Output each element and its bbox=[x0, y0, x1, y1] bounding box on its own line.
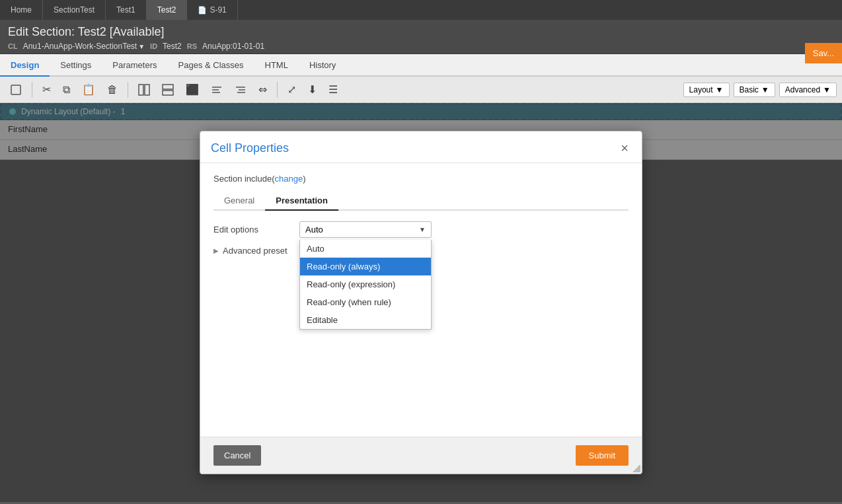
collapse-icon: ▶ bbox=[213, 247, 219, 254]
advanced-preset-label: Advanced preset bbox=[223, 246, 287, 256]
cl-label: CL bbox=[8, 42, 18, 50]
modal-tab-general[interactable]: General bbox=[213, 192, 265, 211]
modal-tab-presentation[interactable]: Presentation bbox=[265, 192, 338, 211]
top-tab-bar: Home SectionTest Test1 Test2 📄 S-91 bbox=[0, 0, 842, 20]
dropdown-item-readonly-expression[interactable]: Read-only (expression) bbox=[300, 275, 431, 293]
merge-button[interactable]: ⬛ bbox=[181, 81, 204, 98]
separator2 bbox=[128, 82, 128, 98]
align-left-icon bbox=[211, 84, 223, 96]
tab-pages-classes[interactable]: Pages & Classes bbox=[168, 54, 254, 77]
compress-button[interactable]: ⬇ bbox=[303, 81, 321, 98]
chevron-down-icon: ▼ bbox=[823, 85, 831, 94]
cell-properties-modal: Cell Properties × Section include(change… bbox=[200, 131, 642, 474]
dropdown-item-auto[interactable]: Auto bbox=[300, 240, 431, 258]
expand-button[interactable]: ⤢ bbox=[283, 81, 301, 98]
align-right-icon bbox=[235, 84, 247, 96]
section-include-change-link[interactable]: change bbox=[275, 174, 303, 184]
modal-tab-bar: General Presentation bbox=[213, 192, 629, 211]
chevron-down-icon: ▼ bbox=[761, 85, 769, 94]
tab-settings[interactable]: Settings bbox=[50, 54, 102, 77]
tab-home[interactable]: Home bbox=[0, 0, 43, 20]
edit-options-row: Edit options Auto ▼ Auto Read-only (alwa… bbox=[213, 221, 629, 238]
basic-dropdown[interactable]: Basic ▼ bbox=[734, 83, 775, 97]
resize-button[interactable]: ⇔ bbox=[254, 81, 272, 98]
tab-s91[interactable]: 📄 S-91 bbox=[187, 0, 237, 20]
delete-button[interactable]: 🗑 bbox=[102, 81, 122, 98]
dropdown-item-readonly-always[interactable]: Read-only (always) bbox=[300, 258, 431, 275]
id-value: Test2 bbox=[163, 42, 182, 51]
page-title: Edit Section: Test2 [Available] bbox=[8, 25, 834, 39]
split-horiz-icon bbox=[138, 84, 150, 96]
chevron-down-icon: ▼ bbox=[138, 43, 145, 50]
modal-header: Cell Properties × bbox=[200, 131, 642, 163]
svg-rect-0 bbox=[11, 85, 20, 94]
dropdown-item-readonly-when-rule[interactable]: Read-only (when rule) bbox=[300, 293, 431, 311]
submit-button[interactable]: Submit bbox=[576, 445, 629, 466]
separator3 bbox=[277, 82, 278, 98]
dropdown-item-editable[interactable]: Editable bbox=[300, 311, 431, 329]
align-right-button[interactable] bbox=[230, 81, 251, 98]
advanced-dropdown[interactable]: Advanced ▼ bbox=[779, 83, 837, 97]
chevron-down-icon: ▼ bbox=[716, 85, 724, 94]
new-section-button[interactable] bbox=[5, 81, 26, 98]
modal-footer: Cancel Submit bbox=[200, 437, 642, 474]
tab-test1[interactable]: Test1 bbox=[106, 0, 147, 20]
cl-value[interactable]: Anu1-AnuApp-Work-SectionTest ▼ bbox=[23, 42, 145, 51]
save-button[interactable]: Sav... bbox=[805, 43, 842, 63]
split-vert-icon bbox=[162, 84, 174, 96]
tab-sectiontest[interactable]: SectionTest bbox=[43, 0, 106, 20]
tab-test2[interactable]: Test2 bbox=[147, 0, 188, 20]
layout-dropdown[interactable]: Layout ▼ bbox=[683, 83, 730, 97]
svg-rect-2 bbox=[145, 85, 149, 95]
tab-html[interactable]: HTML bbox=[254, 54, 299, 77]
svg-rect-3 bbox=[163, 85, 173, 89]
document-icon: 📄 bbox=[198, 6, 207, 15]
edit-options-dropdown-menu: Auto Read-only (always) Read-only (expre… bbox=[299, 240, 432, 330]
modal-close-button[interactable]: × bbox=[618, 141, 631, 156]
id-label: ID bbox=[150, 42, 157, 50]
modal-resize-handle[interactable] bbox=[632, 464, 640, 472]
edit-options-label: Edit options bbox=[213, 225, 299, 234]
main-area: Dynamic Layout (Default) - 1 FirstName L… bbox=[0, 103, 842, 502]
tab-design[interactable]: Design bbox=[0, 54, 50, 77]
rs-label: RS bbox=[187, 42, 197, 50]
edit-options-select[interactable]: Auto ▼ bbox=[299, 221, 432, 238]
svg-rect-1 bbox=[139, 85, 143, 95]
modal-title: Cell Properties bbox=[211, 141, 289, 155]
rs-value: AnuApp:01-01-01 bbox=[202, 42, 264, 51]
cancel-button[interactable]: Cancel bbox=[213, 445, 261, 466]
align-left-button[interactable] bbox=[206, 81, 227, 98]
header-meta: CL Anu1-AnuApp-Work-SectionTest ▼ ID Tes… bbox=[8, 42, 834, 51]
toolbar: ✂ ⧉ 📋 🗑 ⬛ ⇔ ⤢ ⬇ ☰ Layout ▼ Basic ▼ Advan… bbox=[0, 77, 842, 103]
svg-rect-4 bbox=[163, 90, 173, 95]
section-include-label: Section include(change) bbox=[213, 174, 629, 184]
page-header: Edit Section: Test2 [Available] CL Anu1-… bbox=[0, 20, 842, 54]
select-arrow-icon: ▼ bbox=[419, 226, 426, 233]
sub-tab-bar: Design Settings Parameters Pages & Class… bbox=[0, 54, 842, 77]
new-section-icon bbox=[10, 84, 22, 96]
copy-button[interactable]: ⧉ bbox=[58, 81, 75, 98]
paste-button[interactable]: 📋 bbox=[77, 81, 100, 98]
split-horiz-button[interactable] bbox=[134, 81, 155, 98]
cut-button[interactable]: ✂ bbox=[38, 81, 56, 98]
modal-body: Section include(change) General Presenta… bbox=[200, 163, 642, 437]
tab-history[interactable]: History bbox=[299, 54, 346, 77]
column-button[interactable]: ☰ bbox=[324, 81, 342, 98]
separator bbox=[32, 82, 32, 98]
split-vert-button[interactable] bbox=[157, 81, 178, 98]
tab-parameters[interactable]: Parameters bbox=[102, 54, 167, 77]
